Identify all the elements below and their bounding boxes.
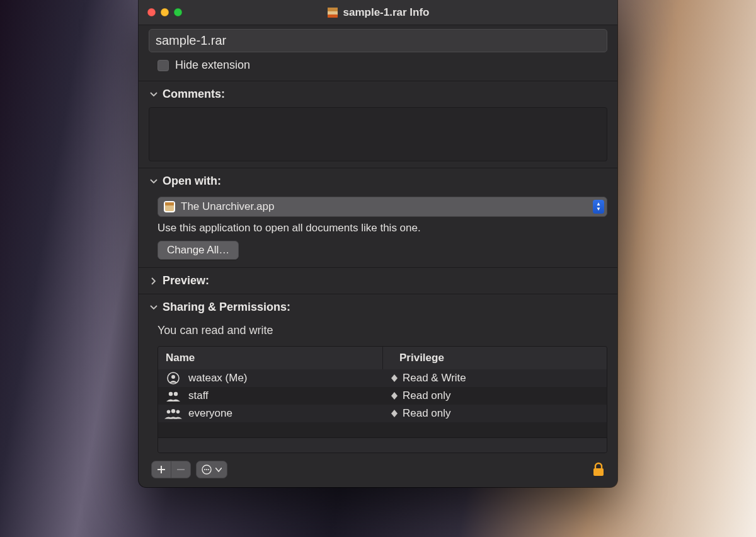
svg-rect-15 <box>177 469 185 470</box>
svg-point-9 <box>174 392 178 396</box>
chevron-down-icon <box>149 91 159 98</box>
updown-icon <box>390 374 399 382</box>
permissions-action-menu[interactable] <box>196 461 227 478</box>
permissions-row-name: everyone <box>188 407 232 420</box>
svg-rect-1 <box>328 8 338 11</box>
sharing-label: Sharing & Permissions: <box>163 301 290 314</box>
svg-point-11 <box>171 409 175 413</box>
comments-textarea[interactable] <box>149 107 607 161</box>
permissions-row[interactable]: everyone Read only <box>158 405 607 422</box>
sharing-section-header[interactable]: Sharing & Permissions: <box>146 294 610 320</box>
remove-user-button[interactable] <box>171 461 190 478</box>
svg-point-12 <box>176 410 180 413</box>
svg-rect-20 <box>593 468 604 476</box>
user-icon <box>164 372 182 384</box>
unarchiver-app-icon <box>163 200 176 213</box>
get-info-window: sample-1.rar Info sample-1.rar Hide exte… <box>139 0 617 487</box>
permissions-column-privilege[interactable]: Privilege <box>382 347 607 369</box>
rar-file-icon <box>327 7 338 18</box>
ellipsis-circle-icon <box>202 465 212 475</box>
close-window-button[interactable] <box>147 8 156 16</box>
chevron-right-icon <box>149 277 159 285</box>
permissions-row-privilege: Read & Write <box>403 372 466 384</box>
window-title-text: sample-1.rar Info <box>343 6 430 19</box>
comments-label: Comments: <box>163 88 225 101</box>
zoom-window-button[interactable] <box>174 8 182 16</box>
open-with-selected-app: The Unarchiver.app <box>181 200 274 213</box>
window-title: sample-1.rar Info <box>139 6 617 19</box>
hide-extension-label: Hide extension <box>175 59 250 72</box>
updown-icon <box>390 392 399 400</box>
preview-section-header[interactable]: Preview: <box>146 268 610 294</box>
svg-point-18 <box>206 469 207 470</box>
group-icon <box>164 407 182 420</box>
chevron-down-icon <box>215 468 222 472</box>
hide-extension-row: Hide extension <box>158 59 607 72</box>
svg-rect-14 <box>158 469 165 470</box>
permissions-row-name: staff <box>188 390 209 402</box>
svg-point-10 <box>167 410 171 413</box>
lock-button[interactable] <box>592 462 605 477</box>
popup-stepper-icon: ▲▼ <box>593 200 604 214</box>
permissions-table: Name Privilege wateax (Me) Read & Write <box>158 346 607 453</box>
group-icon <box>164 390 182 402</box>
hide-extension-checkbox[interactable] <box>158 60 169 71</box>
window-controls <box>147 8 182 16</box>
open-with-label: Open with: <box>163 175 221 188</box>
minimize-window-button[interactable] <box>161 8 169 16</box>
chevron-down-icon <box>149 178 159 185</box>
updown-icon <box>390 410 399 417</box>
open-with-section-header[interactable]: Open with: <box>146 168 610 194</box>
add-user-button[interactable] <box>152 461 171 478</box>
permissions-row[interactable]: staff Read only <box>158 387 607 405</box>
svg-rect-5 <box>165 202 174 205</box>
permissions-summary: You can read and write <box>158 324 607 337</box>
open-with-helper-text: Use this application to open all documen… <box>158 222 607 234</box>
svg-point-8 <box>169 392 173 396</box>
chevron-down-icon <box>149 304 159 311</box>
svg-rect-0 <box>328 8 338 18</box>
preview-label: Preview: <box>163 274 209 287</box>
svg-point-17 <box>204 469 205 470</box>
add-remove-segment <box>151 461 191 478</box>
comments-section-header[interactable]: Comments: <box>146 81 610 107</box>
filename-field[interactable]: sample-1.rar <box>149 29 607 52</box>
svg-point-19 <box>208 469 209 470</box>
permissions-table-footer <box>158 437 607 453</box>
permissions-row[interactable]: wateax (Me) Read & Write <box>158 369 607 387</box>
titlebar: sample-1.rar Info <box>139 0 617 25</box>
permissions-column-name[interactable]: Name <box>158 347 382 369</box>
permissions-row-empty <box>158 422 607 437</box>
permissions-table-header: Name Privilege <box>158 347 607 369</box>
svg-point-7 <box>171 375 175 379</box>
change-all-button[interactable]: Change All… <box>158 241 239 260</box>
permissions-row-privilege: Read only <box>403 390 451 402</box>
permissions-row-name: wateax (Me) <box>188 372 248 384</box>
permissions-toolbar <box>146 457 610 482</box>
permissions-row-privilege: Read only <box>403 407 451 420</box>
open-with-select[interactable]: The Unarchiver.app ▲▼ <box>158 197 607 217</box>
info-body: sample-1.rar Hide extension Comments: Op… <box>139 25 617 487</box>
svg-rect-2 <box>328 14 338 18</box>
